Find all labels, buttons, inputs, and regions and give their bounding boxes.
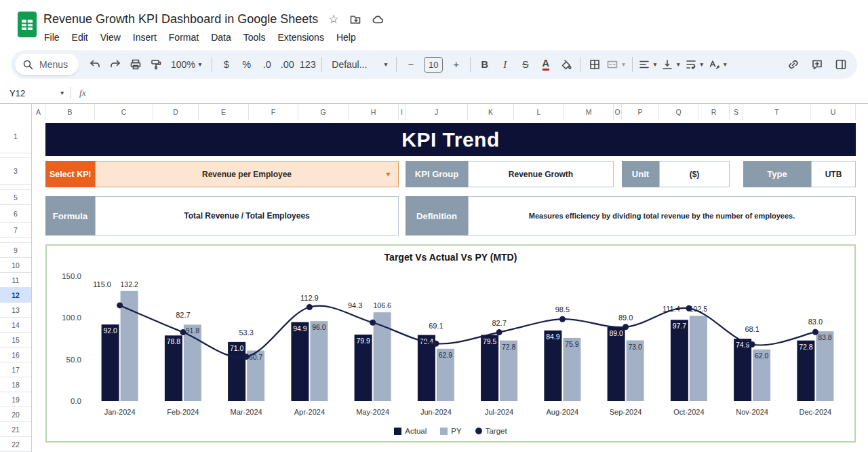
zoom-selector[interactable]: 100%▼ xyxy=(166,59,208,70)
menu-item-view[interactable]: View xyxy=(94,30,127,45)
kpi-trend-chart[interactable]: Target Vs Actual Vs PY (MTD) 0.050.0100.… xyxy=(45,244,856,442)
column-header-D[interactable]: D xyxy=(153,104,199,120)
vertical-align-button[interactable]: ▼ xyxy=(660,54,682,75)
row-header-20[interactable]: 20 xyxy=(0,407,31,422)
row-header-11[interactable]: 11 xyxy=(0,273,31,288)
insert-link-button[interactable] xyxy=(783,54,803,75)
column-header-J[interactable]: J xyxy=(406,104,468,120)
column-header-P[interactable]: P xyxy=(622,104,659,120)
row-header-10[interactable]: 10 xyxy=(0,258,31,273)
borders-button[interactable] xyxy=(585,54,604,75)
column-header-U[interactable]: U xyxy=(811,104,856,120)
decrease-decimal-button[interactable]: .0 xyxy=(257,54,277,75)
font-selector[interactable]: Defaul...▼ xyxy=(326,59,392,70)
row-header-1[interactable]: 1 xyxy=(0,120,31,153)
row-header-7[interactable]: 7 xyxy=(0,223,31,238)
insert-chart-button[interactable] xyxy=(831,54,850,75)
row-header-19[interactable]: 19 xyxy=(0,392,31,407)
column-header-I[interactable]: I xyxy=(399,104,406,120)
row-header-15[interactable]: 15 xyxy=(0,333,31,347)
move-folder-icon[interactable] xyxy=(349,14,361,26)
undo-button[interactable] xyxy=(85,54,104,75)
row-header-6[interactable]: 6 xyxy=(0,205,31,223)
column-header-G[interactable]: G xyxy=(298,104,349,120)
toolbar-right-group xyxy=(783,54,850,75)
row-header-18[interactable]: 18 xyxy=(0,377,31,392)
column-header-H[interactable]: H xyxy=(349,104,399,120)
text-color-button[interactable]: A xyxy=(536,54,555,75)
document-title[interactable]: Revenue Growth KPI Dashboard in Google S… xyxy=(43,12,318,26)
kpi-dropdown[interactable]: Revenue per Employee ▼ xyxy=(95,161,399,187)
increase-decimal-button[interactable]: .00 xyxy=(277,54,297,75)
column-header-Q[interactable]: Q xyxy=(659,104,698,120)
column-header-A[interactable]: A xyxy=(32,104,45,120)
print-icon xyxy=(130,58,142,71)
menu-item-edit[interactable]: Edit xyxy=(66,30,94,45)
row-header-16[interactable]: 16 xyxy=(0,347,31,362)
column-header-R[interactable]: R xyxy=(698,104,730,120)
menu-item-insert[interactable]: Insert xyxy=(127,30,163,45)
column-header-C[interactable]: C xyxy=(95,104,153,120)
search-menus-button[interactable]: Menus xyxy=(15,54,79,75)
name-box[interactable]: Y12 ▼ xyxy=(0,88,65,98)
row-header-9[interactable]: 9 xyxy=(0,243,31,258)
menu-item-tools[interactable]: Tools xyxy=(237,30,272,45)
format-percent-button[interactable]: % xyxy=(237,54,256,75)
menu-item-format[interactable]: Format xyxy=(163,30,205,45)
column-header-M[interactable]: M xyxy=(564,104,614,120)
formula-input[interactable] xyxy=(86,83,868,103)
font-size-input[interactable]: 10 xyxy=(424,57,443,73)
cloud-saved-icon[interactable] xyxy=(372,14,384,26)
print-button[interactable] xyxy=(125,54,145,75)
row-header-21[interactable]: 21 xyxy=(0,422,31,437)
row-header-13[interactable]: 13 xyxy=(0,303,31,318)
row-header-2[interactable] xyxy=(0,153,31,158)
svg-text:112.9: 112.9 xyxy=(300,294,319,302)
redo-button[interactable] xyxy=(105,54,125,75)
column-header-B[interactable]: B xyxy=(45,104,95,120)
menu-item-data[interactable]: Data xyxy=(205,30,237,45)
merge-cells-button[interactable]: ▼ xyxy=(605,54,627,75)
svg-text:72.8: 72.8 xyxy=(502,343,516,351)
svg-text:62.0: 62.0 xyxy=(755,352,769,360)
column-header-F[interactable]: F xyxy=(249,104,298,120)
star-icon[interactable]: ☆ xyxy=(328,14,338,25)
paint-format-button[interactable] xyxy=(146,54,165,75)
sheets-logo-icon[interactable] xyxy=(18,12,37,40)
chevron-down-icon: ▼ xyxy=(620,61,626,68)
column-header-K[interactable]: K xyxy=(468,104,514,120)
more-formats-button[interactable]: 123 xyxy=(298,54,317,75)
increase-font-size-button[interactable]: + xyxy=(446,54,466,75)
menu-item-help[interactable]: Help xyxy=(330,30,362,45)
bold-button[interactable]: B xyxy=(475,54,494,75)
text-wrap-button[interactable]: ▼ xyxy=(684,54,706,75)
row-header-3[interactable]: 3 xyxy=(0,158,31,185)
italic-button[interactable]: I xyxy=(495,54,515,75)
svg-text:Apr-2024: Apr-2024 xyxy=(294,408,325,416)
column-header-T[interactable]: T xyxy=(743,104,811,120)
strikethrough-button[interactable]: S xyxy=(515,54,535,75)
column-header-L[interactable]: L xyxy=(514,104,564,120)
column-header-S[interactable]: S xyxy=(730,104,743,120)
column-header-O[interactable]: O xyxy=(614,104,622,120)
format-currency-button[interactable]: $ xyxy=(216,54,236,75)
menu-item-file[interactable]: File xyxy=(38,30,66,45)
row-header-5[interactable]: 5 xyxy=(0,190,31,205)
add-comment-button[interactable] xyxy=(807,54,827,75)
row-header-12[interactable]: 12 xyxy=(0,288,31,303)
row-header-4[interactable] xyxy=(0,185,31,190)
decrease-font-size-button[interactable]: − xyxy=(401,54,420,75)
column-header-E[interactable]: E xyxy=(199,104,249,120)
menu-item-extensions[interactable]: Extensions xyxy=(271,30,330,45)
fill-color-button[interactable] xyxy=(556,54,576,75)
select-all-corner[interactable] xyxy=(0,104,32,120)
row-header-22[interactable]: 22 xyxy=(0,437,31,452)
text-wrap-icon xyxy=(685,58,697,71)
row-header-14[interactable]: 14 xyxy=(0,318,31,333)
horizontal-align-button[interactable]: ▼ xyxy=(637,54,659,75)
svg-text:96.0: 96.0 xyxy=(312,323,326,331)
row-header-17[interactable]: 17 xyxy=(0,362,31,377)
sheet-canvas[interactable]: KPI Trend Select KPI Revenue per Employe… xyxy=(0,120,868,452)
text-rotation-button[interactable]: ▼ xyxy=(707,54,729,75)
row-header-8[interactable] xyxy=(0,238,31,243)
